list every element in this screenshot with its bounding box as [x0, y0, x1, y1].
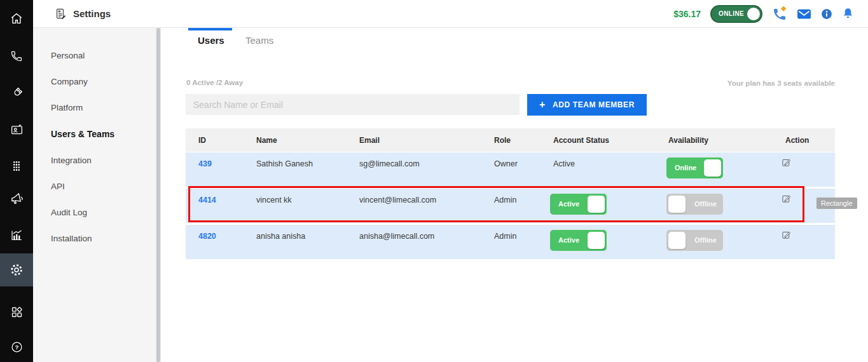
settings-menu-platform[interactable]: Platform — [51, 103, 83, 112]
settings-doc-icon — [55, 8, 67, 20]
info-icon[interactable] — [821, 8, 832, 20]
plus-icon: + — [539, 99, 546, 111]
apps-grid-icon — [10, 305, 24, 319]
settings-menu-api[interactable]: API — [51, 182, 65, 191]
account-status-toggle[interactable]: Active — [550, 194, 607, 215]
app-window: ? Settings $36.17 ONLINE — [0, 0, 868, 362]
notification-bell-icon[interactable] — [842, 7, 854, 20]
online-toggle-knob — [747, 8, 760, 20]
col-header-email: Email — [359, 136, 380, 145]
nav-item-dialpad[interactable] — [0, 150, 33, 183]
nav-rail: ? — [0, 0, 33, 362]
tab-teams[interactable]: Teams — [245, 35, 273, 46]
account-status-text: Active — [553, 159, 575, 168]
user-role: Admin — [494, 232, 516, 241]
toggle-knob — [668, 232, 685, 249]
bar-chart-icon — [10, 229, 24, 242]
user-id-link[interactable]: 4414 — [198, 196, 216, 204]
user-role: Admin — [494, 196, 516, 204]
home-icon — [10, 11, 24, 25]
availability-toggle[interactable]: Offline — [666, 230, 723, 251]
users-table: ID Name Email Role Account Status Availa… — [186, 128, 835, 262]
phone-call-icon[interactable] — [772, 6, 787, 22]
col-header-action: Action — [785, 136, 809, 145]
edit-user-button[interactable] — [782, 231, 791, 241]
table-row: 439 Sathish Ganesh sg@limecall.com Owner… — [186, 152, 835, 187]
toggle-knob — [704, 159, 721, 177]
annotation-tooltip: Rectangle — [816, 198, 857, 209]
toggle-knob — [668, 196, 685, 213]
topbar-right: $36.17 ONLINE — [673, 5, 868, 23]
phone-icon — [10, 50, 23, 62]
nav-item-apps[interactable] — [0, 295, 33, 328]
online-status-toggle[interactable]: ONLINE — [710, 5, 762, 23]
nav-item-help[interactable]: ? — [0, 330, 33, 362]
user-id-link[interactable]: 4820 — [198, 232, 216, 241]
page-title-group: Settings — [55, 8, 111, 20]
megaphone-icon — [10, 192, 24, 206]
envelope-icon[interactable] — [797, 8, 811, 20]
nav-item-campaigns[interactable] — [0, 182, 33, 215]
settings-menu-integration[interactable]: Integration — [51, 156, 92, 165]
subnav-scrollbar-thumb[interactable] — [156, 28, 160, 362]
account-status-toggle-label: Active — [558, 200, 579, 208]
nav-item-calls[interactable] — [0, 39, 33, 72]
edit-icon — [782, 194, 791, 203]
user-role: Owner — [494, 159, 518, 168]
nav-item-home[interactable] — [0, 2, 33, 35]
col-header-name: Name — [256, 136, 277, 145]
table-row: 4820 anisha anisha anisha@limecall.com A… — [186, 225, 835, 259]
availability-toggle[interactable]: Online — [666, 158, 723, 178]
nav-item-analytics[interactable] — [0, 218, 33, 251]
balance-amount[interactable]: $36.17 — [673, 9, 701, 19]
col-header-id: ID — [198, 136, 206, 145]
availability-summary: 0 Active /2 Away — [186, 79, 243, 86]
user-email: vincent@limecall.com — [359, 196, 436, 204]
col-header-role: Role — [494, 136, 511, 145]
user-name: Sathish Ganesh — [256, 159, 313, 168]
settings-menu-installation[interactable]: Installation — [51, 234, 92, 243]
table-header: ID Name Email Role Account Status Availa… — [186, 128, 835, 152]
online-status-label: ONLINE — [719, 10, 744, 17]
account-status-toggle-label: Active — [558, 236, 579, 244]
edit-user-button[interactable] — [782, 194, 791, 204]
subnav-scrollbar-track — [156, 28, 161, 362]
col-header-availability: Availability — [668, 136, 708, 145]
settings-menu-users-teams[interactable]: Users & Teams — [51, 129, 114, 139]
help-icon: ? — [10, 340, 24, 354]
nav-item-contacts[interactable] — [0, 113, 33, 146]
dialpad-icon — [11, 160, 22, 173]
settings-menu-personal[interactable]: Personal — [51, 51, 85, 60]
nav-item-settings[interactable] — [0, 253, 33, 286]
col-header-account-status: Account Status — [553, 136, 609, 145]
toggle-knob — [588, 196, 605, 213]
edit-icon — [782, 158, 791, 166]
edit-icon — [782, 231, 791, 239]
add-team-member-button[interactable]: + ADD TEAM MEMBER — [527, 94, 647, 116]
account-status-toggle[interactable]: Active — [550, 230, 607, 251]
user-name: vincent kk — [256, 196, 292, 204]
seats-note: Your plan has 3 seats available — [727, 79, 835, 87]
topbar: Settings $36.17 ONLINE — [33, 0, 868, 28]
availability-toggle-label: Online — [675, 164, 696, 171]
contact-card-icon — [10, 123, 24, 137]
toggle-knob — [588, 232, 605, 249]
settings-menu-audit-log[interactable]: Audit Log — [51, 208, 87, 217]
gear-icon — [10, 263, 24, 277]
search-input[interactable] — [186, 94, 520, 115]
edit-user-button[interactable] — [782, 158, 791, 168]
user-email: anisha@limecall.com — [359, 232, 434, 241]
settings-menu: Personal Company Platform Users & Teams … — [33, 28, 156, 362]
availability-toggle[interactable]: Offline — [666, 194, 723, 215]
settings-menu-company[interactable]: Company — [51, 77, 88, 86]
user-email: sg@limecall.com — [359, 159, 420, 168]
active-tab-indicator — [188, 28, 232, 30]
user-id-link[interactable]: 439 — [198, 159, 212, 168]
nav-item-leads[interactable] — [0, 76, 33, 109]
tab-users[interactable]: Users — [198, 35, 224, 46]
add-team-member-label: ADD TEAM MEMBER — [553, 100, 635, 109]
availability-toggle-label: Offline — [694, 236, 717, 244]
magnet-icon — [10, 86, 24, 100]
availability-toggle-label: Offline — [694, 200, 717, 208]
user-name: anisha anisha — [256, 232, 305, 241]
